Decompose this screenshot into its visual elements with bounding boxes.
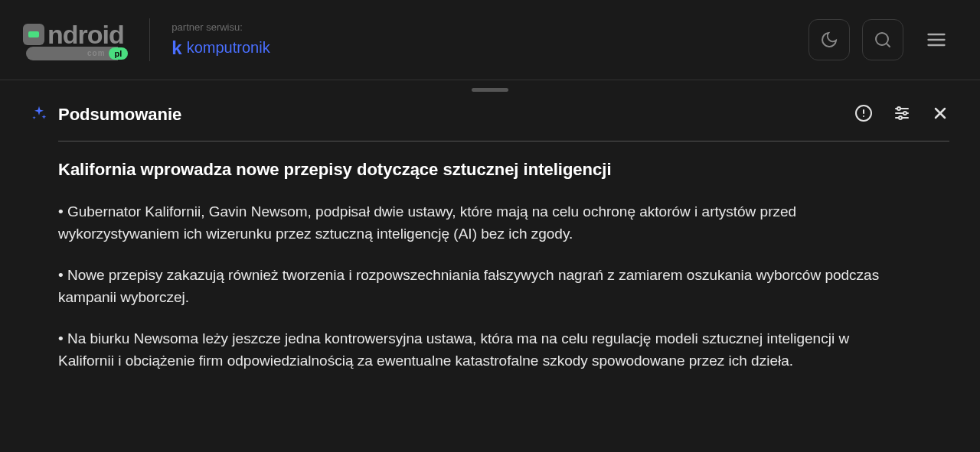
bullet-item: • Na biurku Newsoma leży jeszcze jedna k… [58,328,903,372]
sliders-icon [893,104,911,122]
android-icon [23,24,44,45]
summary-panel-header: Podsumowanie [0,92,980,141]
bullet-item: • Gubernator Kalifornii, Gavin Newsom, p… [58,201,903,245]
svg-point-13 [899,116,902,119]
header-right-group [808,19,957,60]
hamburger-icon [926,29,947,50]
close-icon [931,104,949,122]
komputronik-k-icon: k [172,37,181,59]
bullet-item: • Nowe przepisy zakazują również tworzen… [58,265,903,308]
partner-label: partner serwisu: [172,21,270,33]
svg-point-11 [903,112,906,115]
panel-title-group: Podsumowanie [31,105,181,125]
site-header: ndroid com pl partner serwisu: k komputr… [0,0,980,80]
header-left-group: ndroid com pl partner serwisu: k komputr… [23,18,270,61]
sparkle-icon [31,105,47,125]
settings-sliders-button[interactable] [893,104,911,125]
info-button[interactable] [854,104,873,125]
partner-logo: k komputronik [172,37,270,59]
logo-main-row: ndroid [23,20,124,50]
panel-title: Podsumowanie [58,105,181,125]
search-icon [874,31,892,49]
menu-button[interactable] [916,19,957,60]
summary-content: Kalifornia wprowadza nowe przepisy dotyc… [0,141,980,372]
svg-point-9 [897,107,900,110]
panel-actions [854,104,949,125]
site-logo[interactable]: ndroid com pl [23,20,128,60]
summary-article: Kalifornia wprowadza nowe przepisy dotyc… [31,160,949,372]
close-button[interactable] [931,104,949,125]
logo-wordmark: ndroid [47,20,124,50]
logo-com-tag: com [87,49,106,57]
logo-sub-row: com pl [26,47,128,60]
vertical-divider [149,18,150,61]
search-button[interactable] [862,19,903,60]
content-divider [58,141,949,141]
article-title: Kalifornia wprowadza nowe przepisy dotyc… [58,160,903,180]
alert-circle-icon [854,104,873,122]
partner-name: komputronik [187,39,270,57]
dark-mode-button[interactable] [808,19,850,60]
svg-line-1 [887,44,890,47]
partner-section[interactable]: partner serwisu: k komputronik [172,21,270,59]
moon-icon [820,31,838,49]
logo-locale-badge: pl [109,47,129,60]
